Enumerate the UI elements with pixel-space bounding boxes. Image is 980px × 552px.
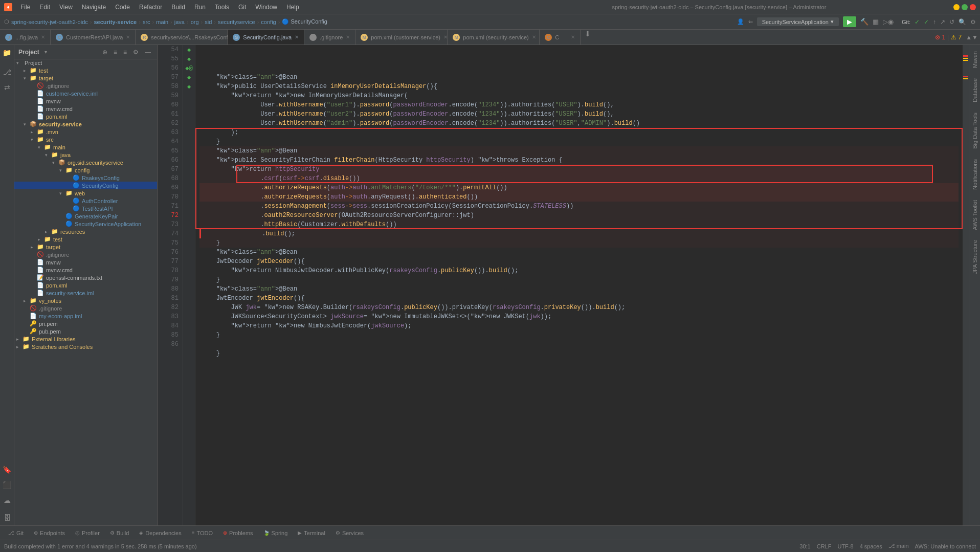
git-history[interactable]: ↺ xyxy=(949,18,954,26)
tree-item-mvnw-cmd[interactable]: 📄mvnw.cmd xyxy=(14,266,157,274)
bc-module[interactable]: security-service xyxy=(94,19,137,25)
project-expand-all[interactable]: ≡ xyxy=(112,48,119,57)
menu-navigate[interactable]: Navigate xyxy=(78,3,110,12)
tree-item-main[interactable]: ▾📁main xyxy=(14,143,157,151)
bc-sid[interactable]: sid xyxy=(205,19,212,25)
tree-item-org-sid-securityservice[interactable]: ▾📦org.sid.securityservice xyxy=(14,159,157,166)
code-editor[interactable]: "kw">class="ann">@Bean "kw">public UserD… xyxy=(195,45,963,525)
menu-build[interactable]: Build xyxy=(167,3,189,12)
tab-c[interactable]: C C ✕ xyxy=(540,30,581,45)
bottom-tab-terminal[interactable]: ▶ Terminal xyxy=(294,528,329,538)
sidebar-icon-bookmarks[interactable]: 🔖 xyxy=(2,464,13,475)
tree-item-vy-notes[interactable]: ▸📁vy_notes xyxy=(14,297,157,304)
tab-close-gitignore[interactable]: ✕ xyxy=(346,34,350,40)
menu-run[interactable]: Run xyxy=(190,3,210,12)
right-tab-aws[interactable]: AWS Toolkit xyxy=(972,196,978,234)
menu-edit[interactable]: Edit xyxy=(35,3,54,12)
bottom-tab-services[interactable]: ⚙ Services xyxy=(331,528,368,538)
project-settings[interactable]: ⚙ xyxy=(131,48,141,57)
menu-git[interactable]: Git xyxy=(234,3,250,12)
git-check2[interactable]: ✓ xyxy=(924,18,929,26)
sidebar-icon-aws[interactable]: ☁ xyxy=(2,495,13,506)
tree-item-pub-pem[interactable]: 🔑pub.pem xyxy=(14,327,157,335)
tab-close-pom-security[interactable]: ✕ xyxy=(532,34,536,40)
tree-item-mvnw[interactable]: 📄mvnw xyxy=(14,97,157,105)
indent-setting[interactable]: 4 spaces xyxy=(860,543,882,549)
tree-item-pom-xml[interactable]: 📄pom.xml xyxy=(14,113,157,120)
tree-item-securityconfig[interactable]: 🔵SecurityConfig xyxy=(14,182,157,189)
tree-item-mvnw[interactable]: 📄mvnw xyxy=(14,258,157,266)
tree-item-target[interactable]: ▾📁target xyxy=(14,74,157,82)
bottom-tab-problems[interactable]: ⊗ Problems xyxy=(219,528,257,538)
bc-src[interactable]: src xyxy=(143,19,150,25)
menu-view[interactable]: View xyxy=(55,3,77,12)
tree-item-src[interactable]: ▾📁src xyxy=(14,136,157,143)
tab-gitignore[interactable]: G .gitignore ✕ xyxy=(304,30,355,45)
sidebar-icon-jpa[interactable]: 🗄 xyxy=(2,512,13,523)
line-ending[interactable]: CRLF xyxy=(817,543,832,549)
tree-item-pri-pem[interactable]: 🔑pri.pem xyxy=(14,320,157,327)
bc-project[interactable]: spring-security-jwt-oauth2-oidc xyxy=(11,19,88,25)
project-dropdown[interactable]: ▾ xyxy=(44,49,47,55)
tree-item--gitignore[interactable]: 🚫.gitignore xyxy=(14,304,157,312)
tab-close-securityconfig[interactable]: ✕ xyxy=(295,34,299,40)
tab-close-customerrestapi[interactable]: ✕ xyxy=(126,34,130,40)
tree-item-rsakeysconfig[interactable]: 🔵RsakeysConfig xyxy=(14,174,157,182)
tree-item-config[interactable]: ▾📁config xyxy=(14,166,157,174)
tab-securityconfig[interactable]: S SecurityConfig.java ✕ xyxy=(228,30,304,45)
tree-item--gitignore[interactable]: 🚫.gitignore xyxy=(14,251,157,258)
profile-icon[interactable]: 👤 xyxy=(737,18,744,25)
tree-item-authcontroller[interactable]: 🔵AuthController xyxy=(14,197,157,205)
tree-item-test[interactable]: ▸📁test xyxy=(14,67,157,74)
scroll-up-errors[interactable]: ▲ xyxy=(966,34,972,41)
scroll-down-errors[interactable]: ▼ xyxy=(972,34,978,41)
tab-pom-customer[interactable]: M pom.xml (customer-service) ✕ xyxy=(355,30,448,45)
project-collapse-all[interactable]: ≡ xyxy=(121,48,129,57)
tree-item-generatekeypair[interactable]: 🔵GenerateKeyPair xyxy=(14,212,157,220)
menu-code[interactable]: Code xyxy=(111,3,134,12)
tree-item-securityserviceapplication[interactable]: 🔵SecurityServiceApplication xyxy=(14,220,157,228)
scrollbar-area[interactable] xyxy=(963,45,969,525)
git-push[interactable]: ↑ xyxy=(933,18,936,26)
tab-pom-security[interactable]: M pom.xml (security-service) ✕ xyxy=(448,30,540,45)
tree-item--mvn[interactable]: ▸📁.mvn xyxy=(14,128,157,136)
bottom-tab-build[interactable]: ⚙ Build xyxy=(106,528,133,538)
right-tab-bigdata[interactable]: Big Data Tools xyxy=(972,108,978,153)
tree-item-scratches-and-consoles[interactable]: ▸📁Scratches and Consoles xyxy=(14,343,157,350)
code-view[interactable]: 5455565758596061626364656667686970717273… xyxy=(158,45,969,525)
tree-item-security-service[interactable]: ▾📦security-service xyxy=(14,120,157,128)
git-branch[interactable]: ⎇ main xyxy=(888,543,909,549)
bottom-tab-spring[interactable]: 🍃 Spring xyxy=(259,528,292,538)
menu-window[interactable]: Window xyxy=(251,3,281,12)
tree-item-resources[interactable]: ▸📁resources xyxy=(14,228,157,235)
search-everywhere[interactable]: 🔍 xyxy=(959,18,966,26)
bc-java[interactable]: java xyxy=(174,19,185,25)
tab-rsakeysconfig[interactable]: R securityservice\...RsakeysConfig.java … xyxy=(136,30,228,45)
bottom-tab-dependencies[interactable]: ◈ Dependencies xyxy=(135,528,185,538)
tree-item-pom-xml[interactable]: 📄pom.xml xyxy=(14,281,157,289)
right-tab-notifications[interactable]: Notifications xyxy=(972,155,978,194)
tree-item-external-libraries[interactable]: ▸📁External Libraries xyxy=(14,335,157,343)
menu-help[interactable]: Help xyxy=(282,3,303,12)
sidebar-icon-project[interactable]: 📁 xyxy=(2,47,13,58)
tab-close-pom-customer[interactable]: ✕ xyxy=(443,34,448,40)
menu-tools[interactable]: Tools xyxy=(211,3,233,12)
git-check1[interactable]: ✓ xyxy=(915,18,920,26)
bc-class[interactable]: 🔵 SecurityConfig xyxy=(282,18,327,25)
right-tab-jpa[interactable]: JPA Structure xyxy=(972,236,978,278)
tree-item-testrestapi[interactable]: 🔵TestRestAPI xyxy=(14,205,157,212)
bottom-tab-endpoints[interactable]: ⊕ Endpoints xyxy=(30,528,69,538)
menu-file[interactable]: File xyxy=(16,3,34,12)
menu-refactor[interactable]: Refactor xyxy=(135,3,166,12)
sidebar-icon-pull-requests[interactable]: ⇄ xyxy=(2,82,13,93)
scrollbar-track[interactable] xyxy=(963,45,969,525)
bc-config[interactable]: config xyxy=(261,19,276,25)
close-button[interactable] xyxy=(970,4,976,10)
settings-button[interactable]: ⚙ xyxy=(970,18,976,26)
bc-org[interactable]: org xyxy=(191,19,199,25)
bc-securityservice[interactable]: securityservice xyxy=(218,19,255,25)
file-tree[interactable]: ▾Project▸📁test▾📁target 🚫.gitignore 📄cust… xyxy=(14,59,157,525)
build-button[interactable]: 🔨 xyxy=(860,18,868,26)
tab-add-button[interactable]: ⬇ xyxy=(581,30,595,45)
minimize-button[interactable] xyxy=(953,4,960,10)
